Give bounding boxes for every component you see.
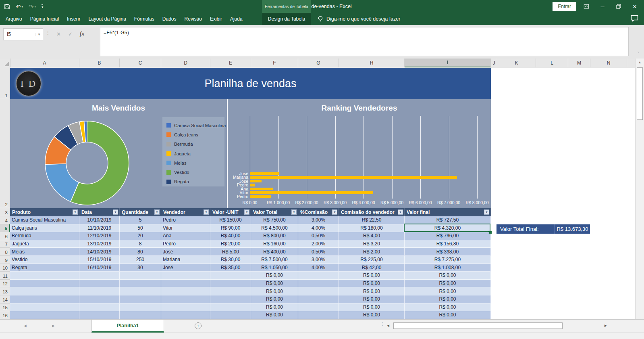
column-header-C[interactable]: C <box>120 59 161 67</box>
cell-E5[interactable]: R$ 90,00 <box>210 224 251 232</box>
cell-G10[interactable]: 4,00% <box>298 264 339 272</box>
bar-pedro-3[interactable] <box>250 184 255 186</box>
undo-dropdown-icon[interactable]: ▾ <box>22 5 23 8</box>
cell-F5[interactable]: R$ 4.500,00 <box>251 224 298 232</box>
formula-input[interactable]: =F5*(1-G5) <box>100 27 629 56</box>
total-final-value[interactable]: R$ 13.673,30 <box>555 224 590 234</box>
row-header-9[interactable]: 9 <box>0 256 10 264</box>
cell-D11[interactable] <box>161 272 210 280</box>
cell-D14[interactable] <box>161 295 210 303</box>
cell-D12[interactable] <box>161 280 210 288</box>
cell-E9[interactable]: R$ 30,00 <box>210 256 251 264</box>
cell-I10[interactable]: R$ 1.008,00 <box>405 264 491 272</box>
cell-D15[interactable] <box>161 303 210 312</box>
row-header-1[interactable]: 1 <box>0 68 10 99</box>
cell-C13[interactable] <box>120 287 161 295</box>
cell-F12[interactable]: R$ 0,00 <box>251 280 298 288</box>
cell-A10[interactable]: Regata <box>10 264 79 272</box>
row-header-13[interactable]: 13 <box>0 287 10 295</box>
scroll-up-icon[interactable]: ▲ <box>636 59 644 66</box>
table-header-valor-unit[interactable]: Valor -UNIT▼ <box>210 208 251 216</box>
table-header-quantidade[interactable]: Quantidade▼ <box>120 208 161 216</box>
cell-C4[interactable]: 5 <box>120 216 161 224</box>
legend-item-jaqueta[interactable]: Jaqueta <box>166 149 224 158</box>
cell-I13[interactable]: R$ 0,00 <box>405 287 491 295</box>
table-header-valor-final[interactable]: Valor final▼ <box>405 208 491 216</box>
ribbon-display-options-icon[interactable] <box>580 1 592 12</box>
cell-E12[interactable] <box>210 280 251 288</box>
tab-fórmulas[interactable]: Fórmulas <box>130 13 158 25</box>
filter-dropdown-icon[interactable]: ▼ <box>73 209 78 215</box>
cell-F8[interactable]: R$ 400,00 <box>251 248 298 256</box>
cell-G4[interactable]: 3,00% <box>298 216 339 224</box>
cell-D10[interactable]: José <box>161 264 210 272</box>
cell-D16[interactable] <box>161 311 210 319</box>
fill-handle[interactable] <box>489 231 492 234</box>
row-header-12[interactable]: 12 <box>0 280 10 288</box>
column-header-L[interactable]: L <box>536 59 568 67</box>
cell-B5[interactable]: 11/10/2019 <box>79 224 120 232</box>
table-header-data[interactable]: Data▼ <box>79 208 120 216</box>
cell-D4[interactable]: Pedro <box>161 216 210 224</box>
cell-A4[interactable]: Camisa Social Masculina <box>10 216 79 224</box>
cell-I8[interactable]: R$ 398,00 <box>405 248 491 256</box>
cell-C11[interactable] <box>120 272 161 280</box>
tell-me-box[interactable]: Diga-me o que você deseja fazer <box>318 13 400 25</box>
bar-vitor-5[interactable] <box>250 191 373 194</box>
bar-ana-4[interactable] <box>250 188 273 190</box>
filter-dropdown-icon[interactable]: ▼ <box>484 209 489 215</box>
cell-G6[interactable]: 0,50% <box>298 232 339 240</box>
save-icon[interactable] <box>4 4 10 10</box>
legend-item-vestido[interactable]: Vestido <box>166 167 224 177</box>
scroll-left-icon[interactable]: ◄ <box>386 323 390 328</box>
comment-icon[interactable] <box>631 15 638 22</box>
cell-G8[interactable]: 0,50% <box>298 248 339 256</box>
cell-H14[interactable]: R$ 0,00 <box>339 295 405 303</box>
filter-dropdown-icon[interactable]: ▼ <box>398 209 403 215</box>
legend-item-regata[interactable]: Regata <box>166 177 224 186</box>
cell-I14[interactable]: R$ 0,00 <box>405 295 491 303</box>
cell-D5[interactable]: Vitor <box>161 224 210 232</box>
vertical-scrollbar[interactable]: ▲ ▼ <box>635 59 644 330</box>
cell-C15[interactable] <box>120 303 161 312</box>
cell-D7[interactable]: Pedro <box>161 240 210 248</box>
undo-icon[interactable]: ↶▾ <box>16 4 23 10</box>
cell-E11[interactable] <box>210 272 251 280</box>
cell-D9[interactable]: Mariana <box>161 256 210 264</box>
cell-C6[interactable]: 20 <box>120 232 161 240</box>
filter-dropdown-icon[interactable]: ▼ <box>244 209 249 215</box>
cell-F7[interactable]: R$ 160,00 <box>251 240 298 248</box>
cell-B13[interactable] <box>79 287 120 295</box>
cell-G7[interactable]: 2,00% <box>298 240 339 248</box>
cell-D6[interactable]: Ana <box>161 232 210 240</box>
cell-G12[interactable] <box>298 280 339 288</box>
cell-B9[interactable]: 15/10/2019 <box>79 256 120 264</box>
cell-H16[interactable]: R$ 0,00 <box>339 311 405 319</box>
filter-dropdown-icon[interactable]: ▼ <box>204 209 209 215</box>
table-header--comiss-o[interactable]: %Comissão▼ <box>298 208 339 216</box>
cell-I9[interactable]: R$ 7.275,00 <box>405 256 491 264</box>
cell-A6[interactable]: Bermuda <box>10 232 79 240</box>
cell-A12[interactable] <box>10 280 79 288</box>
column-header-A[interactable]: A <box>10 59 79 67</box>
bar-mariana-1[interactable] <box>250 176 457 179</box>
column-header-J[interactable]: J <box>491 59 497 67</box>
cell-E15[interactable] <box>210 303 251 312</box>
cell-H15[interactable]: R$ 0,00 <box>339 303 405 312</box>
cell-H8[interactable]: R$ 2,00 <box>339 248 405 256</box>
cell-C7[interactable]: 8 <box>120 240 161 248</box>
row-header-5[interactable]: 5 <box>0 224 10 232</box>
cell-I16[interactable]: R$ 0,00 <box>405 311 491 319</box>
cell-I12[interactable]: R$ 0,00 <box>405 280 491 288</box>
cell-A11[interactable] <box>10 272 79 280</box>
cell-G16[interactable] <box>298 311 339 319</box>
cell-B15[interactable] <box>79 303 120 312</box>
customize-quick-access-icon[interactable]: ▾ <box>42 4 43 9</box>
table-header-valor-total[interactable]: Valor Total▼ <box>251 208 298 216</box>
cell-I6[interactable]: R$ 796,00 <box>405 232 491 240</box>
cell-H7[interactable]: R$ 3,20 <box>339 240 405 248</box>
cell-A15[interactable] <box>10 303 79 312</box>
bar-josé-0[interactable] <box>250 172 279 175</box>
cell-C8[interactable]: 80 <box>120 248 161 256</box>
column-header-I[interactable]: I <box>405 59 491 67</box>
